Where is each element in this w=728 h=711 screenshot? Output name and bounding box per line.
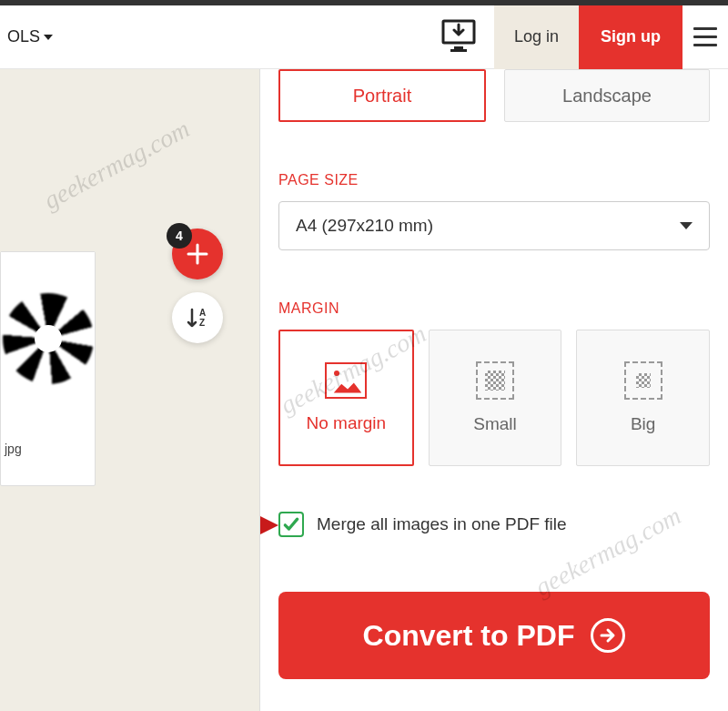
margin-row: No margin Small Big xyxy=(278,330,710,466)
margin-small-icon xyxy=(476,361,514,400)
add-images-button[interactable]: 4 xyxy=(172,229,223,279)
options-panel: Portrait Landscape PAGE SIZE A4 (297x210… xyxy=(259,69,728,711)
chevron-down-icon xyxy=(680,222,693,229)
signup-button[interactable]: Sign up xyxy=(579,5,682,69)
orientation-landscape[interactable]: Landscape xyxy=(504,69,710,122)
svg-rect-1 xyxy=(454,46,463,49)
convert-to-pdf-button[interactable]: Convert to PDF xyxy=(278,592,710,679)
check-icon xyxy=(282,515,300,533)
image-thumbnail-card[interactable]: jpg xyxy=(0,251,96,486)
tools-dropdown[interactable]: OLS xyxy=(0,27,60,46)
login-button[interactable]: Log in xyxy=(494,5,579,69)
header: OLS Log in Sign up xyxy=(0,5,728,69)
margin-small[interactable]: Small xyxy=(429,330,562,466)
plus-icon xyxy=(185,241,210,267)
orientation-row: Portrait Landscape xyxy=(278,69,710,122)
page-size-select[interactable]: A4 (297x210 mm) xyxy=(278,201,710,250)
page-size-value: A4 (297x210 mm) xyxy=(296,216,433,236)
margin-big[interactable]: Big xyxy=(576,330,710,466)
orientation-portrait[interactable]: Portrait xyxy=(278,69,486,122)
annotation-arrow xyxy=(259,510,280,544)
svg-text:Z: Z xyxy=(199,318,205,328)
sort-az-icon: A Z xyxy=(186,306,209,330)
left-panel: jpg 4 A Z xyxy=(0,69,259,711)
arrow-right-circle-icon xyxy=(591,618,625,653)
tools-label: OLS xyxy=(7,27,40,46)
merge-row: Merge all images in one PDF file xyxy=(278,512,710,537)
hamburger-menu-button[interactable] xyxy=(682,27,728,46)
page-size-label: PAGE SIZE xyxy=(278,172,710,188)
thumbnail-image xyxy=(1,252,95,425)
merge-label: Merge all images in one PDF file xyxy=(317,514,567,534)
image-count-badge: 4 xyxy=(167,223,192,249)
thumbnail-filename: jpg xyxy=(1,425,95,460)
convert-label: Convert to PDF xyxy=(363,619,575,653)
sort-button[interactable]: A Z xyxy=(172,292,223,343)
svg-text:A: A xyxy=(199,308,206,318)
margin-label: MARGIN xyxy=(278,300,710,317)
margin-no-margin[interactable]: No margin xyxy=(278,330,414,466)
desktop-download-icon[interactable] xyxy=(441,19,476,56)
image-icon xyxy=(325,362,367,399)
margin-big-icon xyxy=(624,361,662,400)
svg-rect-2 xyxy=(450,49,467,52)
merge-checkbox[interactable] xyxy=(278,512,304,537)
caret-down-icon xyxy=(44,35,53,40)
